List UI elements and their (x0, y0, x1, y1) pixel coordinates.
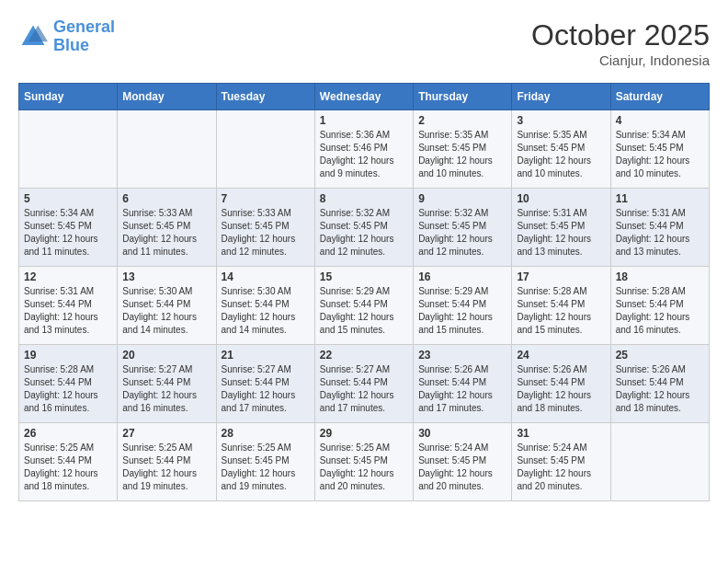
day-number: 28 (222, 427, 310, 440)
day-info: Sunrise: 5:28 AM Sunset: 5:44 PM Dayligh… (517, 285, 605, 337)
day-info: Sunrise: 5:33 AM Sunset: 5:45 PM Dayligh… (122, 207, 210, 259)
day-info: Sunrise: 5:25 AM Sunset: 5:45 PM Dayligh… (222, 442, 310, 493)
day-info: Sunrise: 5:24 AM Sunset: 5:45 PM Dayligh… (517, 442, 605, 493)
calendar-cell: 13Sunrise: 5:30 AM Sunset: 5:44 PM Dayli… (118, 267, 216, 345)
day-number: 1 (320, 114, 408, 127)
calendar-cell: 14Sunrise: 5:30 AM Sunset: 5:44 PM Dayli… (216, 267, 314, 345)
day-info: Sunrise: 5:29 AM Sunset: 5:44 PM Dayligh… (418, 285, 506, 337)
weekday-header: Tuesday (216, 84, 314, 110)
day-number: 13 (122, 270, 210, 283)
calendar-cell: 12Sunrise: 5:31 AM Sunset: 5:44 PM Dayli… (19, 267, 118, 345)
calendar-week-row: 26Sunrise: 5:25 AM Sunset: 5:44 PM Dayli… (19, 423, 710, 501)
calendar-cell: 26Sunrise: 5:25 AM Sunset: 5:44 PM Dayli… (19, 423, 118, 501)
day-number: 18 (616, 270, 704, 283)
calendar-header: SundayMondayTuesdayWednesdayThursdayFrid… (19, 84, 710, 110)
day-number: 27 (122, 427, 210, 440)
day-info: Sunrise: 5:33 AM Sunset: 5:45 PM Dayligh… (222, 207, 310, 259)
day-number: 8 (320, 192, 408, 205)
calendar-cell: 27Sunrise: 5:25 AM Sunset: 5:44 PM Dayli… (118, 423, 216, 501)
weekday-header: Friday (512, 84, 610, 110)
day-info: Sunrise: 5:25 AM Sunset: 5:45 PM Dayligh… (320, 442, 408, 493)
day-info: Sunrise: 5:34 AM Sunset: 5:45 PM Dayligh… (24, 207, 112, 259)
day-info: Sunrise: 5:25 AM Sunset: 5:44 PM Dayligh… (122, 442, 210, 493)
weekday-header: Monday (118, 84, 216, 110)
location-subtitle: Cianjur, Indonesia (531, 52, 710, 68)
header-row: SundayMondayTuesdayWednesdayThursdayFrid… (19, 84, 710, 110)
day-number: 7 (222, 192, 310, 205)
calendar-cell: 4Sunrise: 5:34 AM Sunset: 5:45 PM Daylig… (610, 110, 709, 189)
logo-icon (18, 22, 48, 52)
day-number: 29 (320, 427, 408, 440)
calendar-cell: 22Sunrise: 5:27 AM Sunset: 5:44 PM Dayli… (314, 345, 413, 423)
day-info: Sunrise: 5:30 AM Sunset: 5:44 PM Dayligh… (222, 285, 310, 337)
weekday-header: Wednesday (314, 84, 413, 110)
day-number: 23 (418, 349, 506, 362)
calendar-cell: 24Sunrise: 5:26 AM Sunset: 5:44 PM Dayli… (512, 345, 610, 423)
logo: General Blue (18, 18, 115, 55)
calendar-week-row: 19Sunrise: 5:28 AM Sunset: 5:44 PM Dayli… (19, 345, 710, 423)
title-block: October 2025 Cianjur, Indonesia (531, 18, 710, 68)
calendar-week-row: 12Sunrise: 5:31 AM Sunset: 5:44 PM Dayli… (19, 267, 710, 345)
day-info: Sunrise: 5:26 AM Sunset: 5:44 PM Dayligh… (616, 363, 704, 415)
calendar-cell: 7Sunrise: 5:33 AM Sunset: 5:45 PM Daylig… (216, 189, 314, 267)
logo-text: General Blue (53, 18, 115, 55)
day-number: 19 (24, 349, 112, 362)
calendar-cell (19, 110, 118, 189)
day-info: Sunrise: 5:34 AM Sunset: 5:45 PM Dayligh… (616, 129, 704, 180)
day-number: 31 (517, 427, 605, 440)
calendar-cell: 8Sunrise: 5:32 AM Sunset: 5:45 PM Daylig… (314, 189, 413, 267)
calendar-body: 1Sunrise: 5:36 AM Sunset: 5:46 PM Daylig… (19, 110, 710, 501)
day-number: 9 (418, 192, 506, 205)
day-info: Sunrise: 5:32 AM Sunset: 5:45 PM Dayligh… (418, 207, 506, 259)
month-title: October 2025 (531, 18, 710, 52)
calendar-table: SundayMondayTuesdayWednesdayThursdayFrid… (18, 83, 710, 501)
day-number: 26 (24, 427, 112, 440)
calendar-week-row: 1Sunrise: 5:36 AM Sunset: 5:46 PM Daylig… (19, 110, 710, 189)
day-number: 3 (517, 114, 605, 127)
day-info: Sunrise: 5:30 AM Sunset: 5:44 PM Dayligh… (122, 285, 210, 337)
calendar-week-row: 5Sunrise: 5:34 AM Sunset: 5:45 PM Daylig… (19, 189, 710, 267)
day-info: Sunrise: 5:27 AM Sunset: 5:44 PM Dayligh… (320, 363, 408, 415)
day-info: Sunrise: 5:27 AM Sunset: 5:44 PM Dayligh… (222, 363, 310, 415)
calendar-cell: 17Sunrise: 5:28 AM Sunset: 5:44 PM Dayli… (512, 267, 610, 345)
day-number: 12 (24, 270, 112, 283)
day-info: Sunrise: 5:31 AM Sunset: 5:44 PM Dayligh… (616, 207, 704, 259)
calendar-cell: 29Sunrise: 5:25 AM Sunset: 5:45 PM Dayli… (314, 423, 413, 501)
day-number: 25 (616, 349, 704, 362)
calendar-cell: 28Sunrise: 5:25 AM Sunset: 5:45 PM Dayli… (216, 423, 314, 501)
day-number: 4 (616, 114, 704, 127)
logo-general: General (53, 17, 115, 36)
day-info: Sunrise: 5:28 AM Sunset: 5:44 PM Dayligh… (616, 285, 704, 337)
weekday-header: Sunday (19, 84, 118, 110)
day-number: 20 (122, 349, 210, 362)
day-number: 15 (320, 270, 408, 283)
day-number: 11 (616, 192, 704, 205)
day-number: 21 (222, 349, 310, 362)
day-info: Sunrise: 5:31 AM Sunset: 5:44 PM Dayligh… (24, 285, 112, 337)
day-info: Sunrise: 5:27 AM Sunset: 5:44 PM Dayligh… (122, 363, 210, 415)
calendar-cell: 20Sunrise: 5:27 AM Sunset: 5:44 PM Dayli… (118, 345, 216, 423)
day-number: 30 (418, 427, 506, 440)
calendar-cell: 30Sunrise: 5:24 AM Sunset: 5:45 PM Dayli… (414, 423, 512, 501)
calendar-cell: 5Sunrise: 5:34 AM Sunset: 5:45 PM Daylig… (19, 189, 118, 267)
calendar-cell: 16Sunrise: 5:29 AM Sunset: 5:44 PM Dayli… (414, 267, 512, 345)
calendar-cell: 3Sunrise: 5:35 AM Sunset: 5:45 PM Daylig… (512, 110, 610, 189)
day-info: Sunrise: 5:24 AM Sunset: 5:45 PM Dayligh… (418, 442, 506, 493)
weekday-header: Thursday (414, 84, 512, 110)
calendar-cell: 11Sunrise: 5:31 AM Sunset: 5:44 PM Dayli… (610, 189, 709, 267)
day-number: 6 (122, 192, 210, 205)
calendar-cell: 21Sunrise: 5:27 AM Sunset: 5:44 PM Dayli… (216, 345, 314, 423)
day-info: Sunrise: 5:35 AM Sunset: 5:45 PM Dayligh… (418, 129, 506, 180)
calendar-cell (610, 423, 709, 501)
day-info: Sunrise: 5:35 AM Sunset: 5:45 PM Dayligh… (517, 129, 605, 180)
day-info: Sunrise: 5:26 AM Sunset: 5:44 PM Dayligh… (517, 363, 605, 415)
day-number: 22 (320, 349, 408, 362)
calendar-cell: 23Sunrise: 5:26 AM Sunset: 5:44 PM Dayli… (414, 345, 512, 423)
day-info: Sunrise: 5:29 AM Sunset: 5:44 PM Dayligh… (320, 285, 408, 337)
calendar-cell: 10Sunrise: 5:31 AM Sunset: 5:45 PM Dayli… (512, 189, 610, 267)
calendar-cell: 31Sunrise: 5:24 AM Sunset: 5:45 PM Dayli… (512, 423, 610, 501)
day-info: Sunrise: 5:31 AM Sunset: 5:45 PM Dayligh… (517, 207, 605, 259)
day-number: 10 (517, 192, 605, 205)
calendar-cell: 2Sunrise: 5:35 AM Sunset: 5:45 PM Daylig… (414, 110, 512, 189)
day-info: Sunrise: 5:25 AM Sunset: 5:44 PM Dayligh… (24, 442, 112, 493)
